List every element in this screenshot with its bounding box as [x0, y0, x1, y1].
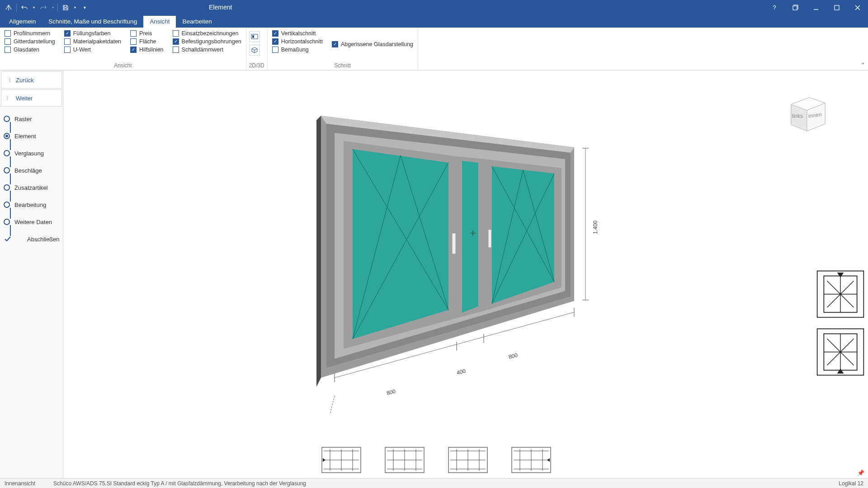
forward-button[interactable]: 〉Weiter: [1, 89, 62, 107]
close-button[interactable]: [847, 0, 868, 15]
step-abschlie-en[interactable]: Abschließen: [4, 230, 63, 248]
checkbox-box[interactable]: [130, 30, 137, 37]
checkbox-box[interactable]: [272, 38, 278, 45]
svg-rect-0: [793, 6, 797, 10]
checkbox-label: Abgerissene Glasdarstellung: [341, 41, 413, 47]
tab-bearbeiten[interactable]: Bearbeiten: [176, 16, 218, 28]
step-verglasung[interactable]: Verglasung: [4, 145, 63, 162]
step-label: Element: [14, 133, 36, 140]
maximize-button[interactable]: [826, 0, 847, 15]
group-label: Schnitt: [272, 61, 413, 70]
nav-icon[interactable]: [3, 2, 14, 14]
profile-thumb[interactable]: [511, 446, 552, 474]
tab-schnitte[interactable]: Schnitte, Maße und Beschriftung: [42, 16, 143, 28]
profile-thumb[interactable]: [448, 446, 488, 474]
view-2d-button[interactable]: [249, 31, 260, 42]
status-bar: Innenansicht Schüco AWS/ADS 75.SI Standa…: [0, 478, 868, 488]
tab-ansicht[interactable]: Ansicht: [143, 16, 176, 28]
profile-thumb[interactable]: [816, 269, 865, 319]
back-button[interactable]: 〈Zurück: [1, 71, 62, 89]
undo-dropdown-icon[interactable]: ▾: [31, 2, 37, 14]
checkbox-f-llungsfarben[interactable]: Füllungsfarben: [64, 30, 121, 37]
checkbox-label: Vertikalschnitt: [281, 30, 316, 37]
checkbox-label: Preis: [139, 30, 152, 37]
save-icon[interactable]: [60, 2, 71, 14]
step-beschl-ge[interactable]: Beschläge: [4, 162, 63, 179]
checkbox-box[interactable]: [64, 47, 71, 53]
step-label: Zusatzartikel: [14, 184, 48, 191]
window-controls: ?: [764, 0, 868, 15]
status-center: Schüco AWS/ADS 75.SI Standard eckig Typ …: [53, 480, 306, 487]
group-label: Ansicht: [5, 61, 241, 70]
checkbox-box[interactable]: [64, 38, 71, 45]
checkbox-box[interactable]: [130, 38, 137, 45]
quick-access-toolbar: ▾ ▾ ▾ ▾: [0, 0, 93, 15]
checkbox-box[interactable]: [64, 30, 71, 37]
svg-marker-19: [462, 161, 478, 313]
ribbon-group-ansicht: ProfilnummernGitterdarstellungGlasdatenF…: [0, 28, 246, 70]
redo-icon[interactable]: [38, 2, 49, 14]
checkbox-materialpaketdaten[interactable]: Materialpaketdaten: [64, 38, 121, 45]
checkbox-box[interactable]: [5, 38, 11, 45]
section-profiles-horizontal: [321, 446, 552, 474]
profile-thumb[interactable]: [321, 446, 362, 474]
profile-thumb[interactable]: [384, 446, 425, 474]
checkbox-label: U-Wert: [73, 47, 91, 53]
step-dot: [4, 167, 10, 174]
checkbox-box[interactable]: [173, 47, 179, 53]
svg-line-38: [330, 396, 335, 414]
checkbox-bema-ung[interactable]: Bemaßung: [272, 47, 323, 53]
view-3d-button[interactable]: [249, 45, 260, 56]
checkbox-einsatzbezeichnungen[interactable]: Einsatzbezeichnungen: [173, 30, 241, 37]
step-raster[interactable]: Raster: [4, 110, 63, 127]
checkbox-box[interactable]: [332, 41, 338, 47]
checkbox-box[interactable]: [173, 38, 179, 45]
step-dot: [4, 219, 10, 225]
checkbox-box[interactable]: [5, 30, 11, 37]
checkbox-profilnummern[interactable]: Profilnummern: [5, 30, 55, 37]
step-element[interactable]: Element: [4, 127, 63, 145]
context-tab-element[interactable]: Element: [201, 1, 240, 15]
checkbox-horizontalschnitt[interactable]: Horizontalschnitt: [272, 38, 323, 45]
step-zusatzartikel[interactable]: Zusatzartikel: [4, 179, 63, 196]
undo-icon[interactable]: [19, 2, 30, 14]
checkbox-label: Füllungsfarben: [73, 30, 111, 37]
checkbox-u-wert[interactable]: U-Wert: [64, 47, 121, 53]
checkbox-schalld-mmwert[interactable]: Schalldämmwert: [173, 47, 241, 53]
step-label: Abschließen: [27, 236, 60, 243]
step-label: Raster: [14, 116, 32, 122]
collapse-ribbon-icon[interactable]: ⌃: [861, 62, 865, 68]
checkbox-fl-che[interactable]: Fläche: [130, 38, 164, 45]
svg-rect-27: [488, 230, 491, 248]
checkbox-box[interactable]: [130, 47, 137, 53]
tab-allgemein[interactable]: Allgemein: [3, 16, 42, 28]
checkbox-gitterdarstellung[interactable]: Gitterdarstellung: [5, 38, 55, 45]
step-label: Bearbeitung: [14, 202, 46, 208]
checkbox-box[interactable]: [5, 47, 11, 53]
help-button[interactable]: ?: [764, 0, 785, 15]
view-cube[interactable]: links innen: [782, 93, 827, 136]
checkbox-hilfslinien[interactable]: Hilfslinien: [130, 47, 164, 53]
checkbox-vertikalschnitt[interactable]: Vertikalschnitt: [272, 30, 323, 37]
wizard-sidebar: 〈Zurück 〉Weiter RasterElementVerglasungB…: [0, 70, 63, 478]
profile-thumb[interactable]: [816, 327, 865, 377]
step-bearbeitung[interactable]: Bearbeitung: [4, 196, 63, 213]
checkbox-glasdaten[interactable]: Glasdaten: [5, 47, 55, 53]
viewport-3d[interactable]: 800 400 800 1.400 links innen �: [63, 70, 868, 478]
qat-customize-icon[interactable]: ▾: [79, 2, 90, 14]
checkbox-box[interactable]: [173, 30, 179, 37]
step-weitere-daten[interactable]: Weitere Daten: [4, 213, 63, 230]
pin-icon[interactable]: 📌: [857, 469, 864, 476]
svg-rect-6: [252, 35, 254, 38]
checkbox-box[interactable]: [272, 47, 278, 53]
svg-marker-8: [316, 116, 321, 387]
checkbox-preis[interactable]: Preis: [130, 30, 164, 37]
restore-window-icon[interactable]: [785, 0, 806, 15]
save-dropdown-icon[interactable]: ▾: [72, 2, 78, 14]
checkbox-box[interactable]: [272, 30, 278, 37]
redo-dropdown-icon[interactable]: ▾: [50, 2, 56, 14]
checkbox-abgerissene-glasdarstellung[interactable]: Abgerissene Glasdarstellung: [332, 41, 413, 47]
checkbox-label: Einsatzbezeichnungen: [182, 30, 239, 37]
checkbox-befestigungsbohrungen[interactable]: Befestigungsbohrungen: [173, 38, 241, 45]
minimize-button[interactable]: [806, 0, 826, 15]
